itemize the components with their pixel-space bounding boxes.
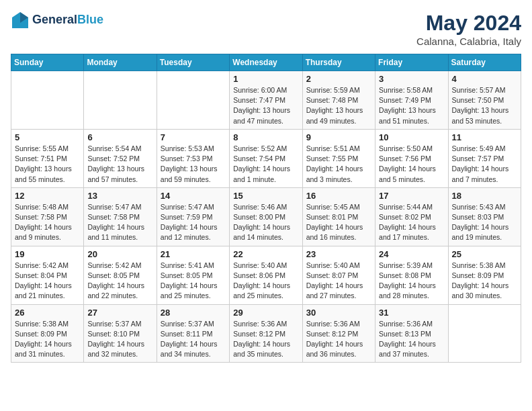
- calendar-cell: 14Sunrise: 5:47 AM Sunset: 7:59 PM Dayli…: [157, 187, 229, 246]
- weekday-header-sunday: Sunday: [11, 54, 84, 71]
- day-info: Sunrise: 5:37 AM Sunset: 8:10 PM Dayligh…: [87, 319, 152, 360]
- calendar-cell: 3Sunrise: 5:58 AM Sunset: 7:49 PM Daylig…: [375, 71, 448, 130]
- day-number: 15: [233, 191, 298, 201]
- calendar-cell: 30Sunrise: 5:36 AM Sunset: 8:12 PM Dayli…: [302, 304, 375, 363]
- day-number: 30: [306, 308, 371, 318]
- calendar-cell: 1Sunrise: 6:00 AM Sunset: 7:47 PM Daylig…: [230, 71, 302, 130]
- calendar-cell: 22Sunrise: 5:40 AM Sunset: 8:06 PM Dayli…: [230, 246, 302, 304]
- calendar-cell: 10Sunrise: 5:50 AM Sunset: 7:56 PM Dayli…: [375, 129, 448, 187]
- calendar-cell: 31Sunrise: 5:36 AM Sunset: 8:13 PM Dayli…: [375, 304, 448, 363]
- calendar-cell: [448, 304, 521, 363]
- day-info: Sunrise: 5:37 AM Sunset: 8:11 PM Dayligh…: [161, 319, 226, 360]
- calendar-week-row: 1Sunrise: 6:00 AM Sunset: 7:47 PM Daylig…: [11, 71, 521, 130]
- weekday-header-thursday: Thursday: [302, 54, 375, 71]
- day-info: Sunrise: 5:38 AM Sunset: 8:09 PM Dayligh…: [452, 261, 517, 302]
- day-number: 16: [306, 191, 371, 201]
- day-number: 28: [161, 308, 226, 318]
- weekday-header-friday: Friday: [375, 54, 448, 71]
- calendar-cell: [157, 71, 229, 130]
- day-info: Sunrise: 5:54 AM Sunset: 7:52 PM Dayligh…: [87, 144, 152, 185]
- calendar-cell: [84, 71, 157, 130]
- weekday-header-wednesday: Wednesday: [230, 54, 302, 71]
- day-number: 24: [379, 249, 444, 259]
- day-number: 22: [233, 249, 298, 259]
- calendar-cell: 2Sunrise: 5:59 AM Sunset: 7:48 PM Daylig…: [302, 71, 375, 130]
- day-info: Sunrise: 5:51 AM Sunset: 7:55 PM Dayligh…: [306, 144, 371, 185]
- day-number: 26: [15, 308, 80, 318]
- calendar-cell: 4Sunrise: 5:57 AM Sunset: 7:50 PM Daylig…: [448, 71, 521, 130]
- day-info: Sunrise: 5:36 AM Sunset: 8:13 PM Dayligh…: [379, 319, 444, 360]
- calendar-cell: 16Sunrise: 5:45 AM Sunset: 8:01 PM Dayli…: [302, 187, 375, 246]
- day-number: 10: [379, 132, 444, 142]
- day-number: 31: [379, 308, 444, 318]
- calendar-cell: 8Sunrise: 5:52 AM Sunset: 7:54 PM Daylig…: [230, 129, 302, 187]
- title-block: May 2024 Calanna, Calabria, Italy: [416, 11, 521, 47]
- weekday-header-saturday: Saturday: [448, 54, 521, 71]
- calendar-cell: 24Sunrise: 5:39 AM Sunset: 8:08 PM Dayli…: [375, 246, 448, 304]
- calendar-cell: 11Sunrise: 5:49 AM Sunset: 7:57 PM Dayli…: [448, 129, 521, 187]
- month-title: May 2024: [416, 11, 521, 36]
- page-header: GeneralBlue May 2024 Calanna, Calabria, …: [11, 11, 521, 47]
- day-info: Sunrise: 5:45 AM Sunset: 8:01 PM Dayligh…: [306, 202, 371, 243]
- logo-icon: [11, 11, 30, 30]
- calendar-cell: 7Sunrise: 5:53 AM Sunset: 7:53 PM Daylig…: [157, 129, 229, 187]
- day-number: 7: [161, 132, 226, 142]
- day-number: 17: [379, 191, 444, 201]
- day-number: 13: [87, 191, 152, 201]
- day-info: Sunrise: 5:59 AM Sunset: 7:48 PM Dayligh…: [306, 85, 371, 126]
- day-number: 9: [306, 132, 371, 142]
- day-number: 25: [452, 249, 517, 259]
- day-info: Sunrise: 5:38 AM Sunset: 8:09 PM Dayligh…: [15, 319, 80, 360]
- day-info: Sunrise: 5:42 AM Sunset: 8:05 PM Dayligh…: [87, 261, 152, 302]
- day-number: 12: [15, 191, 80, 201]
- day-number: 5: [15, 132, 80, 142]
- day-info: Sunrise: 5:49 AM Sunset: 7:57 PM Dayligh…: [452, 144, 517, 185]
- day-info: Sunrise: 5:57 AM Sunset: 7:50 PM Dayligh…: [452, 85, 517, 126]
- day-info: Sunrise: 5:50 AM Sunset: 7:56 PM Dayligh…: [379, 144, 444, 185]
- calendar-cell: 26Sunrise: 5:38 AM Sunset: 8:09 PM Dayli…: [11, 304, 84, 363]
- calendar-cell: 20Sunrise: 5:42 AM Sunset: 8:05 PM Dayli…: [84, 246, 157, 304]
- day-info: Sunrise: 5:40 AM Sunset: 8:06 PM Dayligh…: [233, 261, 298, 302]
- day-number: 23: [306, 249, 371, 259]
- day-number: 6: [87, 132, 152, 142]
- day-info: Sunrise: 5:53 AM Sunset: 7:53 PM Dayligh…: [161, 144, 226, 185]
- day-info: Sunrise: 5:36 AM Sunset: 8:12 PM Dayligh…: [233, 319, 298, 360]
- calendar-cell: 17Sunrise: 5:44 AM Sunset: 8:02 PM Dayli…: [375, 187, 448, 246]
- day-info: Sunrise: 5:41 AM Sunset: 8:05 PM Dayligh…: [161, 261, 226, 302]
- day-number: 29: [233, 308, 298, 318]
- day-info: Sunrise: 5:42 AM Sunset: 8:04 PM Dayligh…: [15, 261, 80, 302]
- calendar-cell: 28Sunrise: 5:37 AM Sunset: 8:11 PM Dayli…: [157, 304, 229, 363]
- day-info: Sunrise: 5:44 AM Sunset: 8:02 PM Dayligh…: [379, 202, 444, 243]
- day-number: 19: [15, 249, 80, 259]
- day-number: 27: [87, 308, 152, 318]
- calendar-week-row: 12Sunrise: 5:48 AM Sunset: 7:58 PM Dayli…: [11, 187, 521, 246]
- day-number: 18: [452, 191, 517, 201]
- day-info: Sunrise: 5:55 AM Sunset: 7:51 PM Dayligh…: [15, 144, 80, 185]
- calendar-cell: 12Sunrise: 5:48 AM Sunset: 7:58 PM Dayli…: [11, 187, 84, 246]
- calendar-cell: 21Sunrise: 5:41 AM Sunset: 8:05 PM Dayli…: [157, 246, 229, 304]
- day-number: 3: [379, 74, 444, 84]
- day-number: 4: [452, 74, 517, 84]
- day-info: Sunrise: 5:52 AM Sunset: 7:54 PM Dayligh…: [233, 144, 298, 185]
- day-info: Sunrise: 5:47 AM Sunset: 7:59 PM Dayligh…: [161, 202, 226, 243]
- calendar-cell: 27Sunrise: 5:37 AM Sunset: 8:10 PM Dayli…: [84, 304, 157, 363]
- calendar-cell: [11, 71, 84, 130]
- day-number: 8: [233, 132, 298, 142]
- day-info: Sunrise: 5:46 AM Sunset: 8:00 PM Dayligh…: [233, 202, 298, 243]
- day-info: Sunrise: 5:36 AM Sunset: 8:12 PM Dayligh…: [306, 319, 371, 360]
- calendar-week-row: 5Sunrise: 5:55 AM Sunset: 7:51 PM Daylig…: [11, 129, 521, 187]
- day-info: Sunrise: 5:47 AM Sunset: 7:58 PM Dayligh…: [87, 202, 152, 243]
- day-info: Sunrise: 5:48 AM Sunset: 7:58 PM Dayligh…: [15, 202, 80, 243]
- calendar-cell: 6Sunrise: 5:54 AM Sunset: 7:52 PM Daylig…: [84, 129, 157, 187]
- day-number: 20: [87, 249, 152, 259]
- calendar-cell: 9Sunrise: 5:51 AM Sunset: 7:55 PM Daylig…: [302, 129, 375, 187]
- day-info: Sunrise: 6:00 AM Sunset: 7:47 PM Dayligh…: [233, 85, 298, 126]
- calendar-cell: 13Sunrise: 5:47 AM Sunset: 7:58 PM Dayli…: [84, 187, 157, 246]
- logo: GeneralBlue: [11, 11, 103, 30]
- day-number: 14: [161, 191, 226, 201]
- logo-text: GeneralBlue: [32, 13, 103, 27]
- day-info: Sunrise: 5:40 AM Sunset: 8:07 PM Dayligh…: [306, 261, 371, 302]
- calendar-cell: 19Sunrise: 5:42 AM Sunset: 8:04 PM Dayli…: [11, 246, 84, 304]
- weekday-header-tuesday: Tuesday: [157, 54, 229, 71]
- location-title: Calanna, Calabria, Italy: [416, 36, 521, 47]
